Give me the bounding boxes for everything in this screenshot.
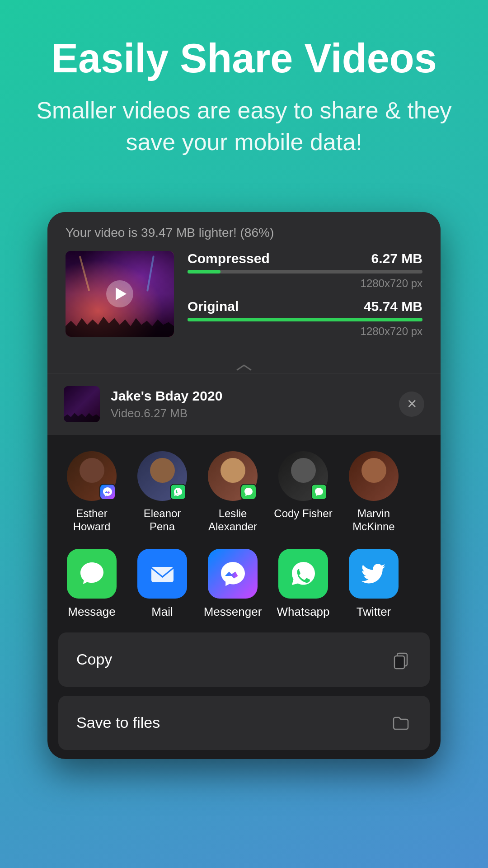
- contact-marvin[interactable]: MarvinMcKinne: [338, 451, 409, 533]
- app-message[interactable]: Message: [56, 549, 127, 619]
- share-info: Jake's Bday 2020 Video.6.27 MB: [111, 388, 388, 420]
- main-title: Easily Share Videos: [27, 36, 461, 81]
- whatsapp-badge-eleanor: [170, 484, 186, 500]
- contact-cody[interactable]: Cody Fisher: [268, 451, 338, 533]
- mail-label: Mail: [151, 605, 173, 619]
- app-whatsapp[interactable]: Whatsapp: [268, 549, 338, 619]
- contact-esther[interactable]: EstherHoward: [56, 451, 127, 533]
- header-section: Easily Share Videos Smaller videos are e…: [0, 0, 488, 185]
- whatsapp-icon: [289, 559, 318, 588]
- avatar-wrap-esther: [67, 451, 117, 501]
- play-button[interactable]: [106, 280, 133, 307]
- original-progress-bg: [188, 318, 422, 321]
- share-thumbnail: [64, 386, 100, 422]
- copy-icon: [390, 649, 412, 670]
- original-stat: Original 45.74 MB 1280x720 px: [188, 299, 422, 338]
- contact-eleanor[interactable]: EleanorPena: [127, 451, 197, 533]
- stats-section: Compressed 6.27 MB 1280x720 px Original …: [188, 251, 422, 347]
- copy-label: Copy: [76, 651, 112, 668]
- imessage-badge-leslie: [240, 484, 257, 500]
- messenger-app-icon: [208, 549, 258, 599]
- avatar-wrap-eleanor: [137, 451, 187, 501]
- save-to-files-button[interactable]: Save to files: [58, 696, 430, 750]
- messenger-label: Messenger: [204, 605, 262, 619]
- app-mail[interactable]: Mail: [127, 549, 197, 619]
- compression-section: Your video is 39.47 MB lighter! (86%) Co…: [47, 212, 441, 360]
- messenger-icon: [218, 559, 248, 588]
- share-header: Jake's Bday 2020 Video.6.27 MB ✕: [47, 373, 441, 435]
- messenger-badge-esther: [99, 484, 116, 500]
- twitter-label: Twitter: [357, 605, 391, 619]
- svg-rect-0: [151, 567, 174, 582]
- close-icon: ✕: [407, 398, 417, 410]
- compressed-stat: Compressed 6.27 MB 1280x720 px: [188, 251, 422, 290]
- copy-button[interactable]: Copy: [58, 632, 430, 687]
- messages-badge-cody: [311, 484, 327, 500]
- contacts-row: EstherHoward EleanorPena: [47, 435, 441, 544]
- contact-name-eleanor: EleanorPena: [144, 507, 181, 533]
- compressed-progress-bg: [188, 270, 422, 274]
- twitter-app-icon: [349, 549, 399, 599]
- contact-name-marvin: MarvinMcKinne: [352, 507, 394, 533]
- avatar-wrap-leslie: [208, 451, 258, 501]
- contact-leslie[interactable]: LeslieAlexander: [197, 451, 268, 533]
- original-size: 45.74 MB: [364, 299, 422, 314]
- phone-card: Your video is 39.47 MB lighter! (86%) Co…: [47, 212, 441, 759]
- folder-icon: [390, 712, 412, 734]
- video-row: Compressed 6.27 MB 1280x720 px Original …: [66, 251, 422, 347]
- lighter-text: Your video is 39.47 MB lighter! (86%): [66, 226, 422, 240]
- mail-icon: [148, 559, 177, 588]
- app-messenger[interactable]: Messenger: [197, 549, 268, 619]
- compressed-dim: 1280x720 px: [188, 277, 422, 290]
- apps-row: Message Mail Messenger: [47, 544, 441, 632]
- avatar-marvin: [349, 451, 399, 501]
- sub-title: Smaller videos are easy to share & they …: [27, 94, 461, 158]
- avatar-wrap-cody: [278, 451, 328, 501]
- share-filename: Jake's Bday 2020: [111, 388, 388, 404]
- compressed-label: Compressed: [188, 251, 270, 266]
- whatsapp-label: Whatsapp: [277, 605, 329, 619]
- compressed-size: 6.27 MB: [371, 251, 422, 266]
- message-app-icon: [67, 549, 117, 599]
- contact-name-leslie: LeslieAlexander: [208, 507, 257, 533]
- chevron-up-icon: [235, 363, 253, 372]
- save-to-files-label: Save to files: [76, 714, 160, 731]
- share-filesize: Video.6.27 MB: [111, 406, 388, 420]
- video-thumbnail[interactable]: [66, 251, 174, 337]
- contact-name-cody: Cody Fisher: [274, 507, 332, 520]
- original-label: Original: [188, 299, 239, 314]
- mail-app-icon: [137, 549, 187, 599]
- compressed-progress-fill: [188, 270, 221, 274]
- original-progress-fill: [188, 318, 422, 321]
- original-dim: 1280x720 px: [188, 325, 422, 338]
- close-button[interactable]: ✕: [399, 392, 424, 417]
- avatar-wrap-marvin: [349, 451, 399, 501]
- svg-rect-2: [394, 656, 404, 669]
- message-label: Message: [68, 605, 116, 619]
- contact-name-esther: EstherHoward: [73, 507, 111, 533]
- twitter-icon: [359, 559, 389, 588]
- app-twitter[interactable]: Twitter: [338, 549, 409, 619]
- whatsapp-app-icon: [278, 549, 328, 599]
- message-icon: [77, 559, 107, 588]
- chevron-divider: [47, 360, 441, 373]
